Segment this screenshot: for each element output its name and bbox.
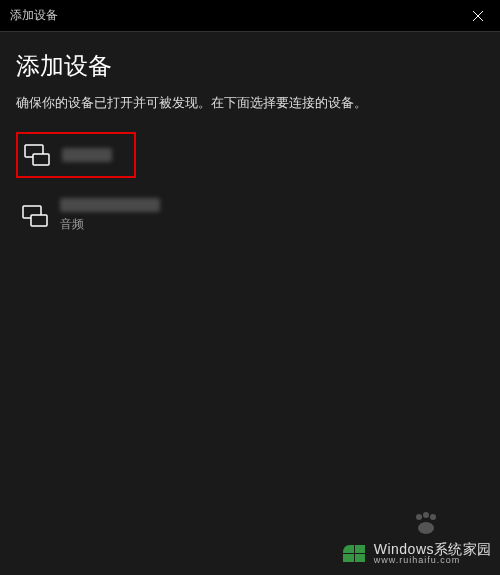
device-monitor-icon <box>22 203 48 229</box>
titlebar-title: 添加设备 <box>10 7 58 24</box>
dialog-subheading: 确保你的设备已打开并可被发现。在下面选择要连接的设备。 <box>16 94 484 112</box>
svg-point-7 <box>416 514 422 520</box>
svg-rect-12 <box>343 554 354 562</box>
watermark: Windows系统家园 www.ruihaifu.com <box>340 539 492 567</box>
windows-logo-icon <box>340 539 368 567</box>
device-name <box>62 148 112 162</box>
device-info: 音频 <box>60 198 160 233</box>
svg-point-9 <box>430 514 436 520</box>
svg-point-10 <box>418 522 434 534</box>
svg-rect-13 <box>355 554 365 562</box>
watermark-sub: www.ruihaifu.com <box>374 556 492 565</box>
device-info <box>62 148 112 162</box>
close-icon <box>473 11 483 21</box>
close-button[interactable] <box>455 0 500 32</box>
titlebar: 添加设备 <box>0 0 500 32</box>
device-monitor-icon <box>24 142 50 168</box>
watermark-main: Windows系统家园 <box>374 542 492 556</box>
device-item[interactable] <box>16 132 136 178</box>
dialog-heading: 添加设备 <box>16 50 484 82</box>
device-item[interactable]: 音频 <box>16 190 484 241</box>
svg-rect-6 <box>31 215 47 226</box>
dialog-content: 添加设备 确保你的设备已打开并可被发现。在下面选择要连接的设备。 <box>0 32 500 259</box>
paw-decoration <box>412 511 440 535</box>
watermark-text: Windows系统家园 www.ruihaifu.com <box>374 542 492 565</box>
device-subtype: 音频 <box>60 216 160 233</box>
svg-point-8 <box>423 512 429 518</box>
device-list: 音频 <box>16 132 484 241</box>
device-name <box>60 198 160 212</box>
svg-rect-11 <box>355 545 365 553</box>
